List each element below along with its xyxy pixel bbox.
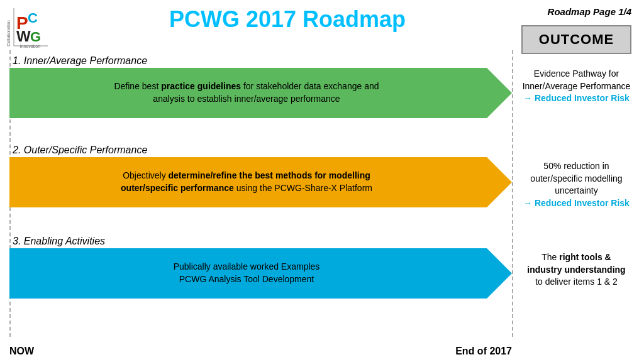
section2-arrow-container: Objectively determine/refine the best me… (9, 157, 512, 207)
section1-risk: → Reduced Investor Risk (523, 93, 630, 103)
section2-label: 2. Outer/Specific Performance (13, 145, 147, 156)
section3-arrow: Publically available worked ExamplesPCWG… (9, 248, 487, 299)
section3-outcome: The right tools &industry understandingt… (521, 251, 631, 288)
section3-arrow-text: Publically available worked ExamplesPCWG… (174, 261, 320, 285)
section3-label: 3. Enabling Activities (13, 236, 105, 247)
logo: Collaboration P C W G Innovation (5, 5, 55, 49)
outcome-box: OUTCOME (521, 25, 631, 54)
page-label: Roadmap Page 1/4 (548, 6, 631, 17)
outcome-label: OUTCOME (539, 31, 614, 47)
now-label: NOW (9, 346, 34, 357)
main-title: PCWG 2017 Roadmap (57, 6, 518, 33)
section2-arrow-text: Objectively determine/refine the best me… (121, 170, 372, 194)
section1-label: 1. Inner/Average Performance (13, 55, 147, 67)
dashed-line-right (512, 50, 513, 337)
svg-text:G: G (30, 29, 41, 45)
section1-outcome: Evidence Pathway for Inner/Average Perfo… (521, 68, 631, 105)
section2-arrow: Objectively determine/refine the best me… (9, 157, 487, 207)
section2-risk: → Reduced Investor Risk (523, 198, 630, 208)
svg-text:Collaboration: Collaboration (6, 20, 11, 46)
svg-text:W: W (16, 28, 31, 45)
section3-arrow-container: Publically available worked ExamplesPCWG… (9, 248, 512, 299)
svg-text:C: C (28, 10, 38, 26)
section2-outcome-text: 50% reduction in outer/specific modellin… (530, 161, 622, 195)
section1-arrow-text: Define best practice guidelines for stak… (114, 80, 379, 105)
section1-outcome-text: Evidence Pathway for Inner/Average Perfo… (523, 69, 631, 91)
section1-arrow: Define best practice guidelines for stak… (9, 68, 487, 118)
end-label: End of 2017 (455, 346, 512, 357)
section1-arrow-container: Define best practice guidelines for stak… (9, 68, 512, 118)
section2-outcome: 50% reduction in outer/specific modellin… (521, 160, 631, 209)
